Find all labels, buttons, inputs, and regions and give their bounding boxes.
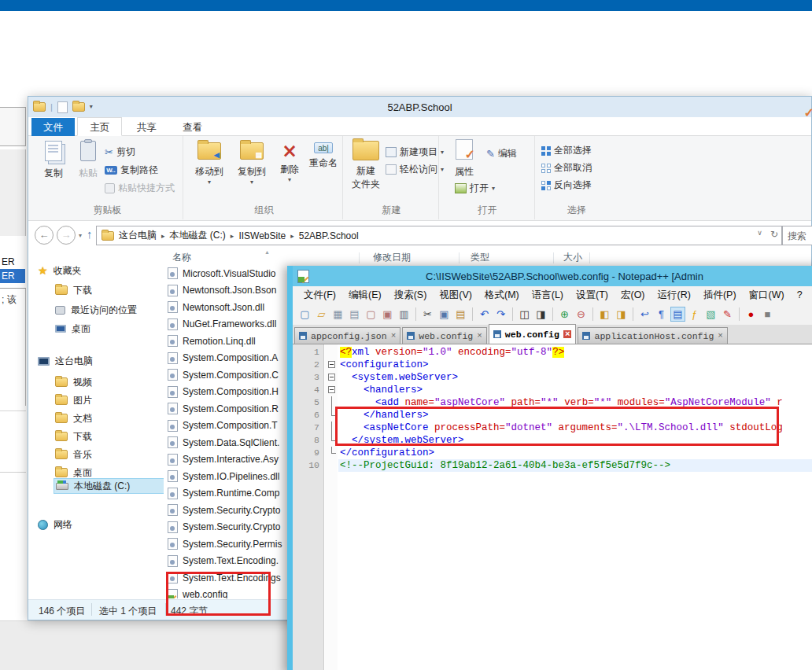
file-row[interactable]: System.Security.Crypto	[168, 502, 280, 518]
forward-button[interactable]: →	[57, 226, 76, 245]
invert-selection-button[interactable]: 反向选择	[541, 179, 592, 192]
easy-access-button[interactable]: 轻松访问▾	[386, 163, 444, 176]
editor-tab[interactable]: applicationHost.config×	[578, 327, 727, 344]
nav-item-文档[interactable]: 文档	[54, 410, 92, 426]
nav-item-音乐[interactable]: 音乐	[54, 447, 92, 462]
close-tab-icon[interactable]: ×	[391, 332, 397, 340]
file-row[interactable]: Newtonsoft.Json.Bson	[168, 282, 276, 299]
search-input[interactable]: 搜索	[782, 226, 812, 245]
breadcrumb-item[interactable]: 这台电脑	[114, 229, 161, 242]
file-row[interactable]: System.Composition.C	[168, 366, 279, 383]
code-line[interactable]: 2<configuration>	[293, 359, 812, 371]
sync-vertical-icon[interactable]: ◧	[597, 307, 612, 322]
close-icon[interactable]: ▢	[364, 307, 378, 322]
new-folder-button[interactable]: 新建文件夹	[348, 141, 384, 191]
menu-item[interactable]: 格式(M)	[478, 289, 526, 302]
file-row[interactable]: System.Composition.A	[168, 350, 278, 366]
indent-guide-icon[interactable]: ▤	[670, 307, 685, 322]
tab-home[interactable]: 主页	[77, 117, 122, 136]
copy-to-button[interactable]: ▤ 复制到 ▾	[233, 142, 271, 179]
zoom-out-icon[interactable]: ⊖	[574, 307, 589, 322]
open-icon[interactable]: ▱	[314, 307, 329, 322]
paste-icon[interactable]: ▤	[453, 307, 468, 322]
nav-item-视频[interactable]: 视频	[54, 374, 92, 390]
stop-icon[interactable]: ■	[760, 307, 775, 322]
menu-item[interactable]: 宏(O)	[615, 289, 651, 302]
sync-horizontal-icon[interactable]: ◨	[614, 307, 629, 322]
file-row[interactable]: System.Text.Encoding.	[168, 553, 279, 569]
edit-button[interactable]: ✎ 编辑	[486, 147, 517, 160]
nav-item-下载[interactable]: 下载	[54, 429, 92, 444]
code-line[interactable]: 1<?xml version="1.0" encoding="utf-8"?>	[293, 346, 812, 359]
save-icon[interactable]: ▦	[330, 307, 345, 322]
file-row[interactable]: System.Security.Permis	[168, 536, 282, 552]
close-all-icon[interactable]: ▣	[380, 307, 395, 322]
copy-icon[interactable]: ▣	[437, 307, 452, 322]
move-to-button[interactable]: ◀ 移动到 ▾	[190, 142, 228, 179]
menu-item[interactable]: 运行(R)	[651, 289, 697, 302]
breadcrumb-item[interactable]: 52ABP.School	[294, 230, 364, 241]
notepad-titlebar[interactable]: C:\IISWebSite\52ABP.School\web.config - …	[293, 266, 812, 286]
redo-icon[interactable]: ↷	[493, 307, 508, 322]
menu-item[interactable]: 视图(V)	[433, 289, 478, 302]
paste-shortcut-button[interactable]: 粘贴快捷方式	[105, 182, 175, 195]
nav-item-图片[interactable]: 图片	[54, 392, 92, 408]
menu-item[interactable]: 窗口(W)	[743, 289, 791, 302]
new-item-button[interactable]: 新建项目▾	[386, 145, 444, 159]
nav-item-最近访问的位置[interactable]: 最近访问的位置	[54, 302, 137, 318]
address-dropdown-icon[interactable]: ∨	[757, 229, 762, 240]
menu-item[interactable]: 设置(T)	[570, 289, 615, 302]
breadcrumb-item[interactable]: 本地磁盘 (C:)	[165, 229, 231, 242]
menu-item[interactable]: 搜索(S)	[388, 289, 434, 302]
background-list-item[interactable]: ER	[0, 256, 24, 268]
code-line[interactable]: 10<!--ProjectGuid: 8f19ab12-2a61-40b4-be…	[293, 459, 812, 472]
fold-marker[interactable]	[325, 359, 338, 371]
paste-button[interactable]: 粘贴	[71, 141, 105, 180]
close-tab-icon[interactable]: ×	[718, 332, 723, 340]
up-button[interactable]: ↑	[87, 227, 93, 241]
properties-button[interactable]: 属性	[448, 139, 480, 179]
background-list-item-selected[interactable]: ER	[0, 269, 25, 283]
fold-collapse-icon[interactable]	[328, 386, 335, 393]
menu-item[interactable]: 文件(F)	[297, 289, 342, 302]
address-box[interactable]: 这台电脑▸本地磁盘 (C:)▸IISWebSite▸52ABP.School ∨…	[96, 226, 782, 245]
show-symbols-icon[interactable]: ¶	[654, 307, 669, 322]
fold-collapse-icon[interactable]	[328, 361, 335, 368]
fold-marker[interactable]	[325, 371, 338, 384]
nav-item-本地磁盘 (C:)[interactable]: 本地磁盘 (C:)	[54, 478, 164, 494]
file-row[interactable]: Microsoft.VisualStudio	[168, 265, 276, 282]
close-tab-icon[interactable]: ×	[477, 332, 482, 340]
code-line[interactable]: 9</configuration>	[293, 447, 812, 459]
menu-item[interactable]: ?	[791, 289, 809, 300]
file-row[interactable]: NuGet.Frameworks.dll	[168, 316, 276, 333]
copy-path-button[interactable]: W.. 复制路径	[105, 164, 158, 177]
code-line[interactable]: 4 <handlers>	[293, 384, 812, 396]
copy-button[interactable]: 复制	[36, 141, 71, 180]
editor-tab[interactable]: web.config×	[402, 327, 487, 344]
file-row[interactable]: Newtonsoft.Json.dll	[168, 299, 264, 315]
back-button[interactable]: ←	[35, 226, 54, 245]
explorer-titlebar[interactable]: | ▾ 52ABP.School	[28, 97, 811, 117]
zoom-in-icon[interactable]: ⊕	[557, 307, 572, 322]
editor-tab[interactable]: appconfig.json×	[294, 327, 400, 344]
menu-item[interactable]: 编辑(E)	[342, 289, 388, 302]
nav-item-这台电脑[interactable]: 这台电脑	[36, 353, 93, 369]
delete-button[interactable]: × 删除 ▾	[275, 142, 304, 176]
file-row[interactable]: System.Interactive.Asy	[168, 451, 279, 468]
editor-tab[interactable]: web.config×	[489, 324, 577, 344]
print-icon[interactable]: ▥	[397, 307, 412, 322]
nav-item-网络[interactable]: 网络	[36, 517, 72, 532]
word-wrap-icon[interactable]: ↩	[637, 307, 652, 322]
breadcrumb-item[interactable]: IISWebSite	[234, 230, 290, 241]
recent-locations-chevron-icon[interactable]: ▾	[79, 232, 82, 239]
file-row[interactable]: System.IO.Pipelines.dll	[168, 468, 279, 484]
menu-item[interactable]: 插件(P)	[697, 289, 743, 302]
file-row[interactable]: Remotion.Linq.dll	[168, 333, 256, 349]
tab-file[interactable]: 文件	[31, 118, 75, 137]
cut-button[interactable]: ✂ 剪切	[105, 145, 135, 159]
find-icon[interactable]: ◫	[517, 307, 532, 322]
code-line[interactable]: 3 <system.webServer>	[293, 371, 812, 384]
file-row[interactable]: System.Composition.H	[168, 384, 279, 400]
menu-item[interactable]: 语言(L)	[526, 289, 570, 302]
undo-icon[interactable]: ↶	[477, 307, 492, 322]
